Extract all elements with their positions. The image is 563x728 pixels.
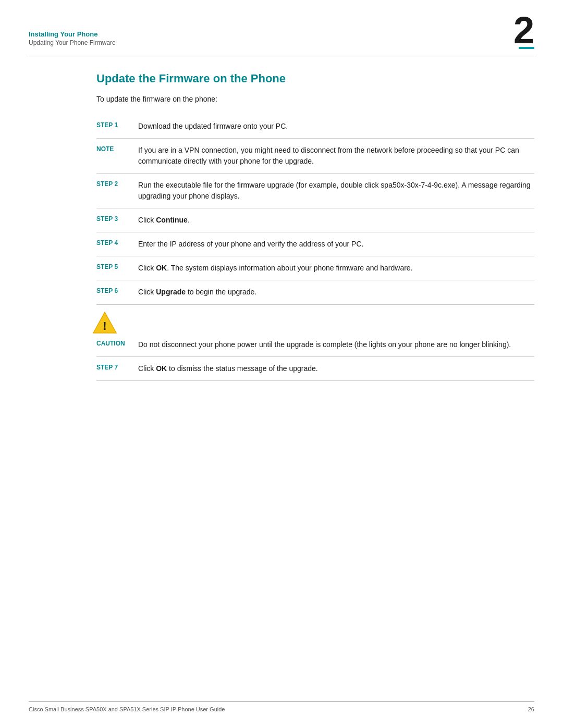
footer-left-text: Cisco Small Business SPA50X and SPA51X S… (29, 706, 225, 712)
step-1-row: STEP 1 Download the updated firmware ont… (96, 115, 534, 139)
section-title: Update the Firmware on the Phone (96, 72, 534, 85)
caution-label: CAUTION (96, 339, 138, 347)
step-4-row: STEP 4 Enter the IP address of your phon… (96, 232, 534, 256)
step-3-content: Click Continue. (138, 215, 534, 226)
step-7-content: Click OK to dismiss the status message o… (138, 363, 534, 374)
step-5-content: Click OK. The system displays informatio… (138, 263, 534, 274)
breadcrumb-title: Installing Your Phone (29, 30, 534, 38)
step-6-content: Click Upgrade to begin the upgrade. (138, 287, 534, 298)
step-7-row: STEP 7 Click OK to dismiss the status me… (96, 357, 534, 381)
header: 2 Installing Your Phone Updating Your Ph… (0, 0, 563, 46)
step-6-label: STEP 6 (96, 287, 138, 294)
step-4-content: Enter the IP address of your phone and v… (138, 239, 534, 250)
footer: Cisco Small Business SPA50X and SPA51X S… (29, 701, 534, 712)
step-2-content: Run the executable file for the firmware… (138, 180, 534, 202)
step-3-row: STEP 3 Click Continue. (96, 208, 534, 232)
main-content: Update the Firmware on the Phone To upda… (0, 56, 563, 397)
intro-text: To update the firmware on the phone: (96, 95, 534, 103)
steps-container: STEP 1 Download the updated firmware ont… (96, 115, 534, 381)
step-1-content: Download the updated firmware onto your … (138, 121, 534, 132)
chapter-number: 2 (513, 11, 534, 49)
breadcrumb: Installing Your Phone Updating Your Phon… (29, 16, 534, 46)
caution-triangle-icon: ! (92, 310, 117, 335)
caution-icon-row: ! (96, 304, 534, 335)
footer-page-number: 26 (528, 706, 534, 712)
step-5-label: STEP 5 (96, 263, 138, 270)
caution-row: CAUTION Do not disconnect your phone pow… (96, 335, 534, 357)
page-container: 2 Installing Your Phone Updating Your Ph… (0, 0, 563, 728)
note-label: NOTE (96, 145, 138, 153)
note-row: NOTE If you are in a VPN connection, you… (96, 139, 534, 174)
step-6-row: STEP 6 Click Upgrade to begin the upgrad… (96, 280, 534, 304)
step-2-row: STEP 2 Run the executable file for the f… (96, 174, 534, 208)
caution-content: Do not disconnect your phone power until… (138, 339, 534, 350)
step-3-label: STEP 3 (96, 215, 138, 223)
note-content: If you are in a VPN connection, you migh… (138, 145, 534, 167)
step-2-label: STEP 2 (96, 180, 138, 188)
step-7-label: STEP 7 (96, 363, 138, 371)
step-5-row: STEP 5 Click OK. The system displays inf… (96, 256, 534, 280)
chapter-accent-line (519, 47, 534, 49)
breadcrumb-subtitle: Updating Your Phone Firmware (29, 39, 534, 46)
step-4-label: STEP 4 (96, 239, 138, 246)
svg-text:!: ! (103, 319, 106, 332)
step-1-label: STEP 1 (96, 121, 138, 129)
